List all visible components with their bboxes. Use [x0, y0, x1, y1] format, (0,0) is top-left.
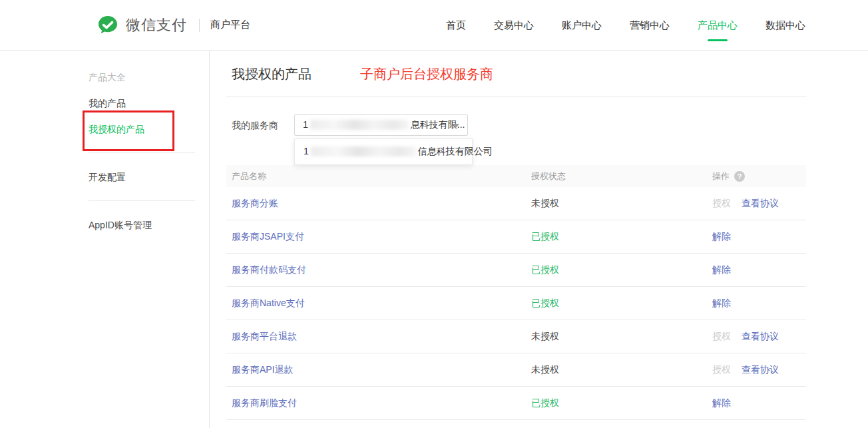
status-badge: 已授权 — [531, 298, 559, 308]
annotation-note: 子商户后台授权服务商 — [360, 65, 493, 83]
view-agreement-link[interactable]: 查看协议 — [742, 198, 779, 208]
table-header-row: 产品名称 授权状态 操作 ? — [226, 165, 806, 187]
status-badge: 已授权 — [531, 397, 559, 408]
status-badge: 已授权 — [531, 231, 559, 242]
sidebar-item-appid-management[interactable]: AppID账号管理 — [89, 218, 209, 232]
product-link[interactable]: 服务商Native支付 — [232, 298, 305, 308]
provider-filter-row: 我的服务商 1息科技有限... 1信息科技有限公司 — [226, 114, 806, 136]
redacted-blur — [311, 146, 416, 156]
provider-dropdown-option[interactable]: 1信息科技有限公司 — [295, 139, 472, 164]
portal-name: 商户平台 — [210, 19, 250, 31]
nav-item-data[interactable]: 数据中心 — [765, 0, 805, 51]
sidebar-item-my-products[interactable]: 我的产品 — [89, 97, 209, 110]
authorize-action[interactable]: 授权 — [712, 198, 731, 208]
product-link[interactable]: 服务商付款码支付 — [232, 264, 306, 275]
page-head: 我授权的产品 子商户后台授权服务商 — [226, 65, 868, 83]
table-row: 服务商Native支付 已授权 解除 — [226, 287, 806, 320]
provider-label: 我的服务商 — [232, 120, 278, 130]
status-badge: 未授权 — [531, 364, 559, 375]
provider-select[interactable]: 1息科技有限... — [294, 114, 468, 136]
provider-dropdown-panel: 1信息科技有限公司 — [294, 138, 473, 165]
nav-item-account[interactable]: 账户中心 — [562, 0, 602, 51]
revoke-link[interactable]: 解除 — [712, 264, 731, 275]
col-header-product-name: 产品名称 — [226, 170, 526, 182]
brand: 微信支付 商户平台 — [97, 14, 250, 37]
nav-item-trade[interactable]: 交易中心 — [494, 0, 534, 51]
wechat-pay-logo-icon — [97, 14, 119, 37]
product-link[interactable]: 服务商API退款 — [232, 364, 294, 375]
table-row: 服务商API退款 未授权 授权 查看协议 — [226, 353, 806, 387]
chevron-down-icon — [453, 124, 459, 128]
status-badge: 未授权 — [531, 198, 559, 208]
sidebar-item-dev-config[interactable]: 开发配置 — [89, 170, 209, 184]
view-agreement-link[interactable]: 查看协议 — [742, 364, 779, 375]
sidebar-divider — [89, 200, 195, 201]
products-table: 产品名称 授权状态 操作 ? 服务商分账 未授权 授权 查看协议 服务商JSAP… — [226, 165, 806, 420]
table-row: 服务商平台退款 未授权 授权 查看协议 — [226, 320, 806, 353]
status-badge: 已授权 — [531, 264, 559, 275]
table-row: 服务商JSAPI支付 已授权 解除 — [226, 220, 806, 254]
authorize-action[interactable]: 授权 — [712, 331, 731, 341]
sidebar: 产品大全 我的产品 我授权的产品 开发配置 AppID账号管理 — [0, 51, 210, 428]
top-header-bar: 微信支付 商户平台 首页 交易中心 账户中心 营销中心 产品中心 数据中心 — [0, 0, 868, 51]
col-header-action: 操作 ? — [707, 170, 806, 182]
product-link[interactable]: 服务商刷脸支付 — [232, 397, 297, 408]
product-link[interactable]: 服务商平台退款 — [232, 331, 297, 341]
authorize-action[interactable]: 授权 — [712, 364, 731, 375]
view-agreement-link[interactable]: 查看协议 — [742, 331, 779, 341]
sidebar-item-product-catalog: 产品大全 — [89, 71, 209, 84]
page-title: 我授权的产品 — [232, 65, 312, 83]
sidebar-divider — [89, 152, 195, 153]
redacted-blur — [310, 120, 409, 130]
nav-item-products[interactable]: 产品中心 — [698, 0, 738, 51]
brand-name: 微信支付 — [126, 15, 187, 35]
main-content: 我授权的产品 子商户后台授权服务商 我的服务商 1息科技有限... 1信息科技有… — [210, 51, 868, 428]
nav-item-marketing[interactable]: 营销中心 — [630, 0, 670, 51]
sidebar-item-authorized-products[interactable]: 我授权的产品 — [89, 122, 209, 136]
table-row: 服务商刷脸支付 已授权 解除 — [226, 387, 806, 420]
table-row: 服务商付款码支付 已授权 解除 — [226, 254, 806, 287]
revoke-link[interactable]: 解除 — [712, 231, 731, 242]
product-link[interactable]: 服务商分账 — [232, 198, 278, 208]
nav-item-home[interactable]: 首页 — [446, 0, 466, 51]
help-icon[interactable]: ? — [734, 171, 745, 182]
provider-selected-text: 1息科技有限... — [303, 119, 465, 131]
brand-separator — [199, 19, 200, 32]
product-link[interactable]: 服务商JSAPI支付 — [232, 231, 304, 242]
revoke-link[interactable]: 解除 — [712, 397, 731, 408]
top-nav: 首页 交易中心 账户中心 营销中心 产品中心 数据中心 — [446, 0, 805, 51]
table-row: 服务商分账 未授权 授权 查看协议 — [226, 187, 806, 220]
status-badge: 未授权 — [531, 331, 559, 341]
revoke-link[interactable]: 解除 — [712, 298, 731, 308]
col-header-auth-status: 授权状态 — [526, 170, 707, 182]
title-divider — [226, 97, 806, 97]
